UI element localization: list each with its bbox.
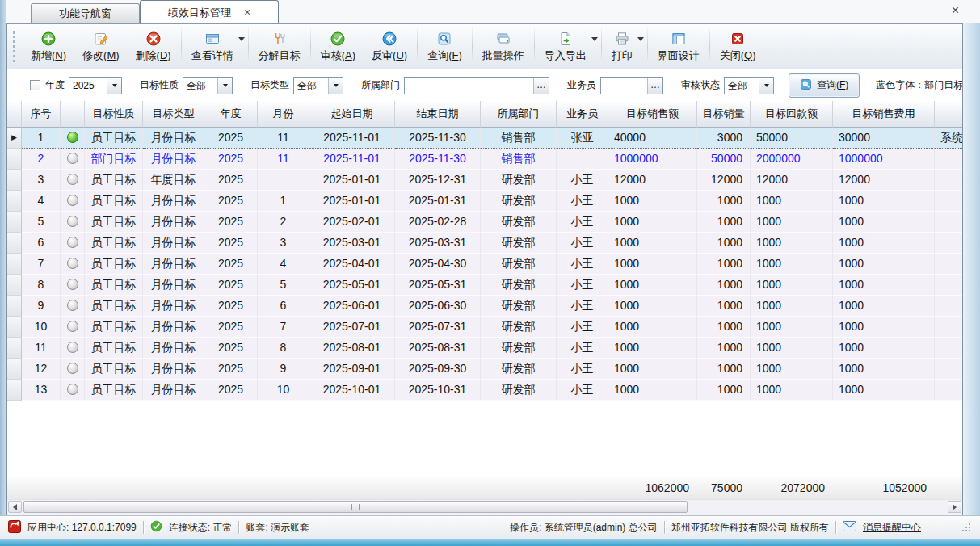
grid-cell-sales[interactable]: 1000	[608, 275, 697, 296]
grid-cell-year[interactable]: 2025	[204, 317, 258, 338]
grid-cell-person[interactable]: 小王	[557, 380, 608, 401]
grid-header-type[interactable]: 目标类型	[143, 101, 204, 128]
grid-cell-payment[interactable]: 1000	[751, 233, 833, 254]
grid-cell-nature[interactable]: 员工目标	[85, 128, 143, 149]
grid-cell-start[interactable]: 2025-01-01	[309, 170, 395, 191]
grid-cell-dept[interactable]: 研发部	[481, 254, 557, 275]
grid-cell-end[interactable]: 2025-02-28	[395, 212, 481, 233]
table-row[interactable]: 10员工目标月份目标202572025-07-012025-07-31研发部小王…	[7, 317, 962, 338]
grid-cell-expense[interactable]: 1000	[833, 233, 935, 254]
grid-cell-year[interactable]: 2025	[204, 359, 258, 380]
grid-cell-expense[interactable]: 1000	[833, 296, 935, 317]
toolbar-grip-handle[interactable]	[13, 32, 18, 62]
row-selector-cell[interactable]	[7, 275, 22, 296]
grid-header-payment[interactable]: 目标回款额	[751, 101, 833, 128]
grid-cell-sales[interactable]: 1000	[608, 296, 697, 317]
grid-cell-nature[interactable]: 员工目标	[85, 233, 143, 254]
delete-button[interactable]: 删除(D)	[128, 27, 179, 67]
grid-cell-year[interactable]: 2025	[204, 275, 258, 296]
query-button[interactable]: 查询(F)	[419, 27, 470, 67]
grid-cell-status[interactable]	[61, 359, 85, 380]
grid-cell-end[interactable]: 2025-06-30	[395, 296, 481, 317]
grid-cell-auditor[interactable]	[935, 275, 962, 296]
grid-cell-nature[interactable]: 部门目标	[85, 149, 143, 170]
message-center-link[interactable]: 消息提醒中心	[863, 521, 921, 535]
grid-header-status[interactable]	[61, 101, 85, 128]
grid-cell-payment[interactable]: 1000	[751, 191, 833, 212]
row-selector-cell[interactable]	[7, 317, 22, 338]
table-row[interactable]: 3员工目标年度目标20252025-01-012025-12-31研发部小王12…	[7, 170, 962, 191]
grid-cell-type[interactable]: 月份目标	[143, 317, 204, 338]
tab-function-nav[interactable]: 功能导航窗	[31, 3, 140, 23]
grid-cell-seq[interactable]: 4	[22, 191, 61, 212]
grid-cell-dept[interactable]: 研发部	[481, 191, 557, 212]
unaudit-button[interactable]: 反审(U)	[364, 27, 415, 67]
grid-cell-auditor[interactable]	[935, 149, 962, 170]
grid-cell-status[interactable]	[61, 296, 85, 317]
grid-cell-end[interactable]: 2025-11-30	[395, 149, 481, 170]
grid-cell-type[interactable]: 年度目标	[143, 170, 204, 191]
grid-cell-volume[interactable]: 1000	[697, 233, 751, 254]
grid-cell-expense[interactable]: 1000	[833, 380, 935, 401]
view-details-button[interactable]: 查看详情	[183, 27, 242, 67]
year-select[interactable]: 2025	[69, 77, 122, 94]
import-export-dropdown-arrow-icon[interactable]	[591, 37, 598, 44]
grid-cell-seq[interactable]: 3	[22, 170, 61, 191]
grid-cell-auditor[interactable]	[935, 212, 962, 233]
grid-cell-person[interactable]: 小王	[557, 338, 608, 359]
table-row[interactable]: 8员工目标月份目标202552025-05-012025-05-31研发部小王1…	[7, 275, 962, 296]
grid-cell-auditor[interactable]	[935, 380, 962, 401]
grid-cell-expense[interactable]: 1000000	[833, 149, 935, 170]
row-selector-cell[interactable]: ▶	[7, 128, 22, 149]
department-input[interactable]	[405, 78, 533, 94]
grid-cell-month[interactable]: 6	[258, 296, 309, 317]
table-row[interactable]: 9员工目标月份目标202562025-06-012025-06-30研发部小王1…	[7, 296, 962, 317]
grid-header-month[interactable]: 月份	[258, 101, 309, 128]
grid-cell-end[interactable]: 2025-10-31	[395, 380, 481, 401]
grid-cell-type[interactable]: 月份目标	[143, 359, 204, 380]
grid-cell-volume[interactable]: 50000	[697, 149, 751, 170]
grid-cell-type[interactable]: 月份目标	[143, 275, 204, 296]
row-selector-cell[interactable]	[7, 380, 22, 401]
table-row[interactable]: 2部门目标月份目标2025112025-11-012025-11-30销售部10…	[7, 149, 962, 170]
grid-cell-seq[interactable]: 8	[22, 275, 61, 296]
grid-cell-volume[interactable]: 1000	[697, 338, 751, 359]
grid-cell-month[interactable]: 8	[258, 338, 309, 359]
grid-cell-sales[interactable]: 1000	[608, 233, 697, 254]
grid-header-volume[interactable]: 目标销量	[697, 101, 751, 128]
scrollbar-thumb[interactable]	[23, 501, 688, 513]
grid-cell-nature[interactable]: 员工目标	[85, 359, 143, 380]
grid-cell-dept[interactable]: 销售部	[481, 149, 557, 170]
grid-cell-month[interactable]	[258, 170, 309, 191]
grid-cell-expense[interactable]: 1000	[833, 338, 935, 359]
modify-button[interactable]: 修改(M)	[74, 27, 128, 67]
scroll-right-button[interactable]	[948, 501, 961, 513]
close-button[interactable]: 关闭(Q)	[712, 27, 764, 67]
table-row[interactable]: 6员工目标月份目标202532025-03-012025-03-31研发部小王1…	[7, 233, 962, 254]
grid-cell-seq[interactable]: 12	[22, 359, 61, 380]
grid-cell-expense[interactable]: 12000	[833, 170, 935, 191]
grid-cell-type[interactable]: 月份目标	[143, 212, 204, 233]
grid-cell-start[interactable]: 2025-08-01	[309, 338, 395, 359]
grid-cell-dept[interactable]: 研发部	[481, 380, 557, 401]
grid-cell-start[interactable]: 2025-10-01	[309, 380, 395, 401]
grid-cell-payment[interactable]: 1000	[751, 275, 833, 296]
grid-cell-end[interactable]: 2025-03-31	[395, 233, 481, 254]
grid-cell-volume[interactable]: 12000	[697, 170, 751, 191]
grid-cell-auditor[interactable]	[935, 170, 962, 191]
row-selector-cell[interactable]	[7, 212, 22, 233]
grid-cell-status[interactable]	[61, 275, 85, 296]
row-selector-cell[interactable]	[7, 296, 22, 317]
grid-cell-payment[interactable]: 2000000	[751, 149, 833, 170]
grid-cell-start[interactable]: 2025-09-01	[309, 359, 395, 380]
grid-header-nature[interactable]: 目标性质	[85, 101, 143, 128]
grid-cell-month[interactable]: 2	[258, 212, 309, 233]
tab-performance-target[interactable]: 绩效目标管理 ×	[140, 0, 279, 23]
grid-cell-seq[interactable]: 5	[22, 212, 61, 233]
grid-cell-auditor[interactable]	[935, 296, 962, 317]
grid-cell-end[interactable]: 2025-11-30	[395, 128, 481, 149]
grid-cell-type[interactable]: 月份目标	[143, 191, 204, 212]
grid-cell-type[interactable]: 月份目标	[143, 233, 204, 254]
pane-close-icon[interactable]: ×	[952, 3, 959, 18]
print-button[interactable]: 打印	[604, 27, 641, 67]
